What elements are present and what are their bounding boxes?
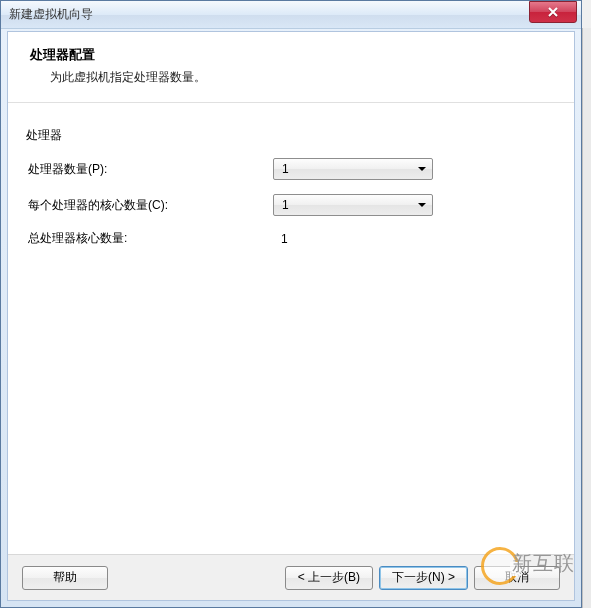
processors-value: 1 [282, 162, 289, 176]
processors-label: 处理器数量(P): [28, 161, 273, 178]
chevron-down-icon [418, 167, 426, 171]
total-value: 1 [273, 232, 288, 246]
side-overflow [582, 28, 591, 608]
footer-section: 帮助 < 上一步(B) 下一步(N) > 取消 [8, 554, 574, 600]
row-cores: 每个处理器的核心数量(C): 1 [26, 194, 556, 216]
body-section: 处理器 处理器数量(P): 1 每个处理器的核心数量(C): 1 总处理器核心数… [8, 103, 574, 554]
processors-dropdown[interactable]: 1 [273, 158, 433, 180]
cores-value: 1 [282, 198, 289, 212]
section-label: 处理器 [26, 127, 556, 144]
cores-label: 每个处理器的核心数量(C): [28, 197, 273, 214]
close-button[interactable] [529, 1, 577, 23]
wizard-window: 新建虚拟机向导 处理器配置 为此虚拟机指定处理器数量。 处理器 处理器数量(P)… [0, 0, 582, 608]
page-title: 处理器配置 [30, 46, 552, 64]
cores-dropdown[interactable]: 1 [273, 194, 433, 216]
total-label: 总处理器核心数量: [28, 230, 273, 247]
row-processors: 处理器数量(P): 1 [26, 158, 556, 180]
close-icon [547, 7, 559, 17]
next-button[interactable]: 下一步(N) > [379, 566, 468, 590]
content-area: 处理器配置 为此虚拟机指定处理器数量。 处理器 处理器数量(P): 1 每个处理… [7, 31, 575, 601]
chevron-down-icon [418, 203, 426, 207]
titlebar: 新建虚拟机向导 [1, 1, 581, 29]
page-subtitle: 为此虚拟机指定处理器数量。 [30, 69, 552, 86]
back-button[interactable]: < 上一步(B) [285, 566, 373, 590]
window-title: 新建虚拟机向导 [9, 6, 93, 23]
row-total: 总处理器核心数量: 1 [26, 230, 556, 247]
help-button[interactable]: 帮助 [22, 566, 108, 590]
cancel-button[interactable]: 取消 [474, 566, 560, 590]
header-section: 处理器配置 为此虚拟机指定处理器数量。 [8, 32, 574, 103]
nav-button-group: < 上一步(B) 下一步(N) > 取消 [285, 566, 560, 590]
